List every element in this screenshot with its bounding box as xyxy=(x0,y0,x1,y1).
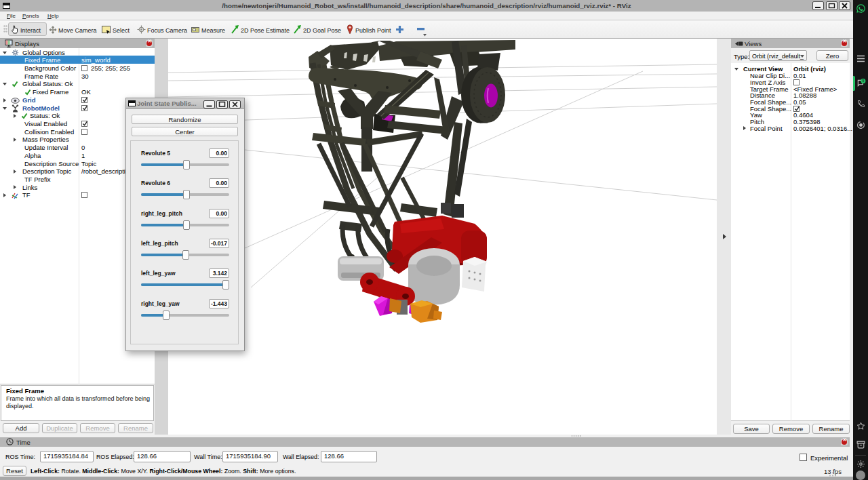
svg-text:9: 9 xyxy=(863,79,865,83)
